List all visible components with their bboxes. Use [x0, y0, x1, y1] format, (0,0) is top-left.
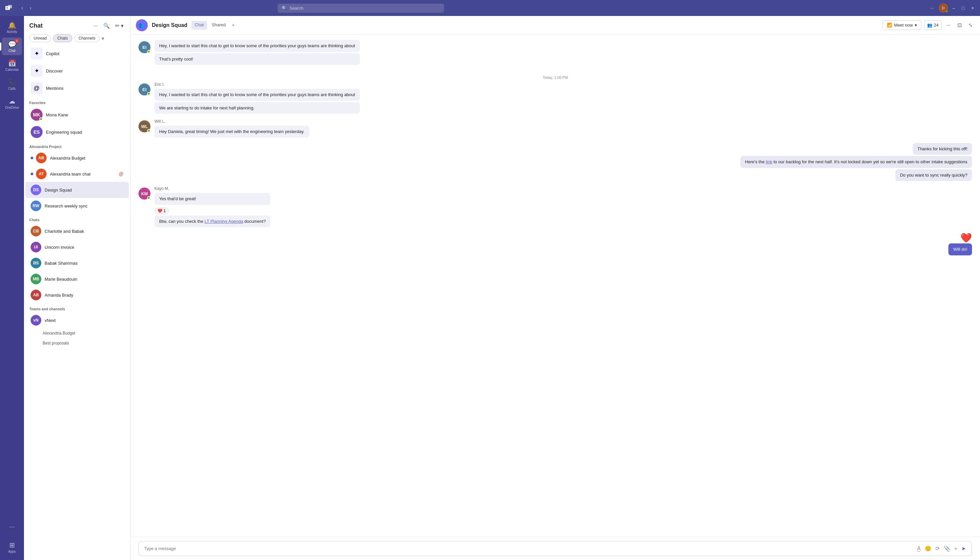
eric-bubble-2: We are starting to do intake for next ha… — [154, 102, 360, 114]
alex-budget-ch-info: Alexandria Budget — [43, 331, 124, 335]
kayo-bubble-2: Btw, can you check the LT Planning Agend… — [154, 215, 270, 227]
sidebar-item-budget[interactable]: AB Alexandria Budget — [25, 150, 129, 166]
format-button[interactable]: A̲ — [916, 545, 921, 552]
meet-now-label: Meet now — [894, 23, 913, 28]
tabs-chevron-button[interactable]: ▾ — [102, 34, 104, 42]
chat-more-button[interactable]: ··· — [944, 20, 953, 30]
meet-now-button[interactable]: 📶 Meet now ▾ — [883, 20, 921, 30]
participants-button[interactable]: 👥 24 — [924, 20, 942, 30]
sidebar-search-button[interactable]: 🔍 — [102, 21, 111, 30]
rail-item-activity[interactable]: 🔔 Activity — [2, 18, 22, 36]
marie-info: Marie Beaudouin — [45, 277, 124, 282]
sidebar-item-unicorn[interactable]: UI Unicorn invoice — [25, 239, 129, 255]
message-input[interactable] — [144, 546, 914, 551]
best-proposals-info: Best proposals — [43, 341, 124, 345]
unicorn-name: Unicorn invoice — [45, 245, 124, 250]
send-button[interactable]: ➤ — [961, 545, 967, 552]
sidebar-item-charlotte[interactable]: CB Charlotte and Babak — [25, 223, 129, 239]
unicorn-info: Unicorn invoice — [45, 245, 124, 250]
avatar-initials: D — [942, 6, 945, 10]
add-button[interactable]: + — [954, 545, 958, 552]
tab-shared[interactable]: Shared — [208, 21, 229, 30]
discover-label: Discover — [46, 68, 124, 73]
eng-avatar: ES — [31, 126, 43, 138]
backlog-link[interactable]: link — [766, 159, 773, 164]
teams-section-label: Teams and channels — [24, 303, 130, 312]
sidebar-item-design[interactable]: DS Design Squad — [25, 182, 129, 198]
chats-section-label: Chats — [24, 214, 130, 223]
user-avatar[interactable]: D — [939, 3, 948, 13]
own-bubble-1: Thanks for kicking this off! — [913, 143, 972, 155]
popout-button[interactable]: ⊡ — [955, 20, 964, 30]
alex-budget-ch-name: Alexandria Budget — [43, 331, 124, 335]
maximize-button[interactable]: □ — [960, 4, 967, 12]
rail-more-button[interactable]: ··· — [2, 520, 22, 533]
sidebar-item-research[interactable]: RW Research weekly sync — [25, 198, 129, 214]
search-bar[interactable]: 🔍 — [278, 4, 444, 13]
mona-name: Mona Kane — [46, 112, 124, 117]
tab-unread[interactable]: Unread — [29, 34, 51, 42]
search-input[interactable] — [289, 6, 440, 11]
rail-item-calendar[interactable]: 📅 Calendar — [2, 57, 22, 74]
sidebar-item-teamchat[interactable]: AT Alexandria team chat @ — [25, 166, 129, 182]
sidebar-item-babak[interactable]: BS Babak Shammas — [25, 255, 129, 271]
sidebar-item-copilot[interactable]: ✦ Copilot — [25, 45, 129, 62]
sidebar-more-button[interactable]: ··· — [92, 22, 99, 30]
tab-chats[interactable]: Chats — [53, 34, 72, 42]
sidebar-compose-button[interactable]: ✏ ▾ — [114, 21, 125, 30]
unicorn-avatar: UI — [31, 242, 41, 252]
own-bubble-2: Here's the link to our backlog for the n… — [740, 156, 972, 168]
forward-button[interactable]: › — [27, 4, 34, 12]
charlotte-info: Charlotte and Babak — [45, 229, 124, 234]
chat-header: 👥 Design Squad Chat Shared + 📶 Meet now … — [130, 16, 980, 35]
message-group-eric: EI Eric I. Hey, I wanted to start this c… — [139, 82, 972, 114]
sidebar-item-amanda[interactable]: AB Amanda Brady — [25, 287, 129, 303]
vnext-avatar: vN — [31, 315, 41, 325]
own-emoji: ❤️ — [960, 232, 972, 243]
sidebar-item-marie[interactable]: MB Marie Beaudouin — [25, 271, 129, 287]
lt-planning-link[interactable]: LT Planning Agenda — [205, 219, 243, 224]
sidebar-item-mentions[interactable]: @ Mentions — [25, 80, 129, 97]
rail-item-onedrive[interactable]: ☁ OneDrive — [2, 95, 22, 112]
vnext-info: vNext — [45, 318, 124, 323]
sidebar-item-discover[interactable]: ✦ Discover — [25, 62, 129, 80]
loop-button[interactable]: ⟳ — [935, 545, 940, 552]
eric-sender: Eric I. — [154, 82, 360, 87]
apps-label: Apps — [8, 550, 16, 553]
sidebar-item-eng-squad[interactable]: ES Engineering squad — [25, 123, 129, 141]
expand-button[interactable]: ⤡ — [967, 20, 975, 30]
tab-chat[interactable]: Chat — [191, 21, 207, 30]
sidebar-item-best-proposals[interactable]: Best proposals — [25, 338, 129, 348]
close-button[interactable]: × — [969, 4, 976, 12]
titlebar-more-button[interactable]: ··· — [928, 4, 936, 12]
mentions-icon: @ — [31, 82, 43, 94]
vnext-name: vNext — [45, 318, 124, 323]
back-button[interactable]: ‹ — [18, 4, 26, 12]
sidebar-item-alex-budget-ch[interactable]: Alexandria Budget — [25, 328, 129, 338]
rail-item-apps[interactable]: ⊞ Apps — [2, 538, 22, 556]
mentions-label: Mentions — [46, 86, 124, 91]
emoji-button[interactable]: 🙂 — [924, 545, 932, 552]
sidebar-item-mona[interactable]: MK Mona Kane — [25, 106, 129, 123]
will-presence — [147, 129, 151, 132]
chat-header-right: 📶 Meet now ▾ 👥 24 ··· ⊡ ⤡ — [883, 20, 975, 30]
attach-button[interactable]: 📎 — [943, 545, 951, 552]
calls-icon: 📞 — [8, 78, 16, 86]
eng-info: Engineering squad — [46, 130, 124, 135]
eric-avatar: EI — [139, 83, 151, 95]
sidebar-header: Chat ··· 🔍 ✏ ▾ — [24, 16, 130, 33]
minimize-button[interactable]: – — [951, 4, 957, 12]
own-msgs: Thanks for kicking this off! Here's the … — [740, 143, 972, 181]
heart-reaction[interactable]: ❤️ 1 — [154, 208, 169, 214]
message-input-box: A̲ 🙂 ⟳ 📎 + ➤ — [139, 541, 972, 556]
research-avatar: RW — [31, 200, 41, 211]
eng-name: Engineering squad — [46, 130, 124, 135]
own-message-group: Thanks for kicking this off! Here's the … — [139, 143, 972, 181]
sidebar-item-vnext[interactable]: vN vNext — [25, 312, 129, 328]
rail-item-calls[interactable]: 📞 Calls — [2, 75, 22, 93]
discover-info: Discover — [46, 68, 124, 73]
rail-item-chat[interactable]: 2 💬 Chat — [2, 38, 22, 55]
left-rail: 🔔 Activity 2 💬 Chat 📅 Calendar 📞 Calls ☁… — [0, 16, 24, 560]
tab-channels[interactable]: Channels — [74, 34, 100, 42]
add-tab-button[interactable]: + — [230, 21, 236, 30]
